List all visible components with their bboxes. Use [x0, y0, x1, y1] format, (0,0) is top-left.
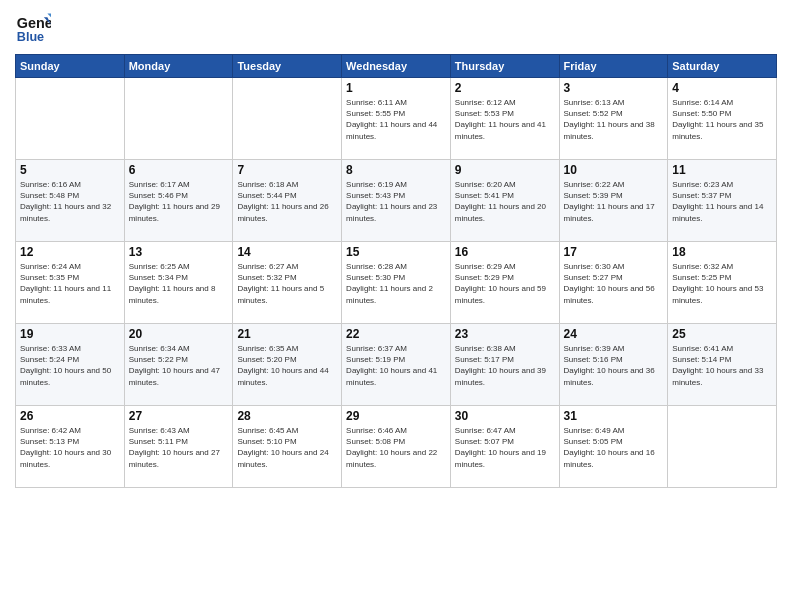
day-info: Sunrise: 6:49 AM Sunset: 5:05 PM Dayligh… [564, 425, 664, 470]
day-cell: 5Sunrise: 6:16 AM Sunset: 5:48 PM Daylig… [16, 160, 125, 242]
week-row-2: 5Sunrise: 6:16 AM Sunset: 5:48 PM Daylig… [16, 160, 777, 242]
col-header-monday: Monday [124, 55, 233, 78]
day-info: Sunrise: 6:13 AM Sunset: 5:52 PM Dayligh… [564, 97, 664, 142]
calendar-table: SundayMondayTuesdayWednesdayThursdayFrid… [15, 54, 777, 488]
day-info: Sunrise: 6:12 AM Sunset: 5:53 PM Dayligh… [455, 97, 555, 142]
day-cell: 28Sunrise: 6:45 AM Sunset: 5:10 PM Dayli… [233, 406, 342, 488]
day-cell: 8Sunrise: 6:19 AM Sunset: 5:43 PM Daylig… [342, 160, 451, 242]
day-cell: 1Sunrise: 6:11 AM Sunset: 5:55 PM Daylig… [342, 78, 451, 160]
day-cell: 19Sunrise: 6:33 AM Sunset: 5:24 PM Dayli… [16, 324, 125, 406]
day-number: 27 [129, 409, 229, 423]
day-number: 7 [237, 163, 337, 177]
day-number: 5 [20, 163, 120, 177]
day-number: 31 [564, 409, 664, 423]
day-info: Sunrise: 6:22 AM Sunset: 5:39 PM Dayligh… [564, 179, 664, 224]
day-info: Sunrise: 6:29 AM Sunset: 5:29 PM Dayligh… [455, 261, 555, 306]
day-cell: 20Sunrise: 6:34 AM Sunset: 5:22 PM Dayli… [124, 324, 233, 406]
day-info: Sunrise: 6:20 AM Sunset: 5:41 PM Dayligh… [455, 179, 555, 224]
day-info: Sunrise: 6:39 AM Sunset: 5:16 PM Dayligh… [564, 343, 664, 388]
day-info: Sunrise: 6:34 AM Sunset: 5:22 PM Dayligh… [129, 343, 229, 388]
day-number: 24 [564, 327, 664, 341]
day-number: 10 [564, 163, 664, 177]
day-cell: 11Sunrise: 6:23 AM Sunset: 5:37 PM Dayli… [668, 160, 777, 242]
day-cell: 24Sunrise: 6:39 AM Sunset: 5:16 PM Dayli… [559, 324, 668, 406]
day-number: 1 [346, 81, 446, 95]
day-info: Sunrise: 6:43 AM Sunset: 5:11 PM Dayligh… [129, 425, 229, 470]
day-number: 16 [455, 245, 555, 259]
day-info: Sunrise: 6:32 AM Sunset: 5:25 PM Dayligh… [672, 261, 772, 306]
page: General Blue SundayMondayTuesdayWednesda… [0, 0, 792, 612]
day-number: 9 [455, 163, 555, 177]
day-number: 21 [237, 327, 337, 341]
col-header-thursday: Thursday [450, 55, 559, 78]
day-number: 4 [672, 81, 772, 95]
day-number: 13 [129, 245, 229, 259]
day-info: Sunrise: 6:47 AM Sunset: 5:07 PM Dayligh… [455, 425, 555, 470]
day-cell: 25Sunrise: 6:41 AM Sunset: 5:14 PM Dayli… [668, 324, 777, 406]
day-info: Sunrise: 6:19 AM Sunset: 5:43 PM Dayligh… [346, 179, 446, 224]
day-number: 30 [455, 409, 555, 423]
day-info: Sunrise: 6:42 AM Sunset: 5:13 PM Dayligh… [20, 425, 120, 470]
svg-text:Blue: Blue [17, 30, 44, 44]
day-number: 3 [564, 81, 664, 95]
day-number: 26 [20, 409, 120, 423]
day-cell: 12Sunrise: 6:24 AM Sunset: 5:35 PM Dayli… [16, 242, 125, 324]
week-row-1: 1Sunrise: 6:11 AM Sunset: 5:55 PM Daylig… [16, 78, 777, 160]
day-info: Sunrise: 6:30 AM Sunset: 5:27 PM Dayligh… [564, 261, 664, 306]
day-cell: 22Sunrise: 6:37 AM Sunset: 5:19 PM Dayli… [342, 324, 451, 406]
day-cell [124, 78, 233, 160]
day-info: Sunrise: 6:27 AM Sunset: 5:32 PM Dayligh… [237, 261, 337, 306]
day-info: Sunrise: 6:18 AM Sunset: 5:44 PM Dayligh… [237, 179, 337, 224]
logo: General Blue [15, 10, 55, 46]
day-cell: 16Sunrise: 6:29 AM Sunset: 5:29 PM Dayli… [450, 242, 559, 324]
day-info: Sunrise: 6:17 AM Sunset: 5:46 PM Dayligh… [129, 179, 229, 224]
day-number: 12 [20, 245, 120, 259]
day-cell: 4Sunrise: 6:14 AM Sunset: 5:50 PM Daylig… [668, 78, 777, 160]
day-cell: 26Sunrise: 6:42 AM Sunset: 5:13 PM Dayli… [16, 406, 125, 488]
day-number: 22 [346, 327, 446, 341]
day-cell: 13Sunrise: 6:25 AM Sunset: 5:34 PM Dayli… [124, 242, 233, 324]
day-number: 29 [346, 409, 446, 423]
day-cell [233, 78, 342, 160]
logo-icon: General Blue [15, 10, 51, 46]
day-number: 20 [129, 327, 229, 341]
day-info: Sunrise: 6:46 AM Sunset: 5:08 PM Dayligh… [346, 425, 446, 470]
day-cell: 29Sunrise: 6:46 AM Sunset: 5:08 PM Dayli… [342, 406, 451, 488]
day-number: 25 [672, 327, 772, 341]
week-row-3: 12Sunrise: 6:24 AM Sunset: 5:35 PM Dayli… [16, 242, 777, 324]
day-cell: 7Sunrise: 6:18 AM Sunset: 5:44 PM Daylig… [233, 160, 342, 242]
col-header-tuesday: Tuesday [233, 55, 342, 78]
day-cell: 2Sunrise: 6:12 AM Sunset: 5:53 PM Daylig… [450, 78, 559, 160]
day-info: Sunrise: 6:24 AM Sunset: 5:35 PM Dayligh… [20, 261, 120, 306]
day-cell: 31Sunrise: 6:49 AM Sunset: 5:05 PM Dayli… [559, 406, 668, 488]
day-info: Sunrise: 6:11 AM Sunset: 5:55 PM Dayligh… [346, 97, 446, 142]
col-header-friday: Friday [559, 55, 668, 78]
header-row: SundayMondayTuesdayWednesdayThursdayFrid… [16, 55, 777, 78]
day-number: 19 [20, 327, 120, 341]
day-info: Sunrise: 6:23 AM Sunset: 5:37 PM Dayligh… [672, 179, 772, 224]
day-info: Sunrise: 6:37 AM Sunset: 5:19 PM Dayligh… [346, 343, 446, 388]
day-number: 23 [455, 327, 555, 341]
day-cell [668, 406, 777, 488]
day-number: 18 [672, 245, 772, 259]
day-number: 2 [455, 81, 555, 95]
day-cell: 30Sunrise: 6:47 AM Sunset: 5:07 PM Dayli… [450, 406, 559, 488]
day-info: Sunrise: 6:41 AM Sunset: 5:14 PM Dayligh… [672, 343, 772, 388]
day-number: 14 [237, 245, 337, 259]
day-cell: 18Sunrise: 6:32 AM Sunset: 5:25 PM Dayli… [668, 242, 777, 324]
day-cell: 27Sunrise: 6:43 AM Sunset: 5:11 PM Dayli… [124, 406, 233, 488]
header: General Blue [15, 10, 777, 46]
day-cell: 23Sunrise: 6:38 AM Sunset: 5:17 PM Dayli… [450, 324, 559, 406]
col-header-sunday: Sunday [16, 55, 125, 78]
day-info: Sunrise: 6:35 AM Sunset: 5:20 PM Dayligh… [237, 343, 337, 388]
day-info: Sunrise: 6:14 AM Sunset: 5:50 PM Dayligh… [672, 97, 772, 142]
week-row-4: 19Sunrise: 6:33 AM Sunset: 5:24 PM Dayli… [16, 324, 777, 406]
day-cell [16, 78, 125, 160]
day-number: 17 [564, 245, 664, 259]
day-number: 28 [237, 409, 337, 423]
col-header-wednesday: Wednesday [342, 55, 451, 78]
day-number: 6 [129, 163, 229, 177]
day-info: Sunrise: 6:16 AM Sunset: 5:48 PM Dayligh… [20, 179, 120, 224]
day-cell: 6Sunrise: 6:17 AM Sunset: 5:46 PM Daylig… [124, 160, 233, 242]
day-cell: 9Sunrise: 6:20 AM Sunset: 5:41 PM Daylig… [450, 160, 559, 242]
